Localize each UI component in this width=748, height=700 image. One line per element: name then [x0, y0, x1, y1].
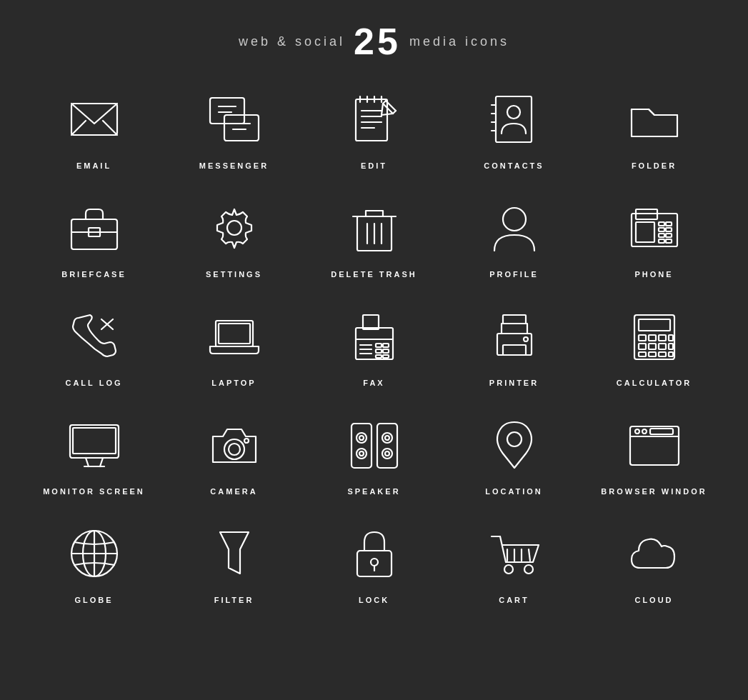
svg-rect-83	[659, 352, 666, 356]
header-number: 25	[354, 23, 401, 60]
call-log-icon	[62, 304, 126, 369]
icon-item-monitor-screen: MONITOR SCREEN	[24, 400, 164, 509]
header-prefix: web & social	[239, 34, 345, 49]
svg-rect-47	[666, 234, 672, 237]
fax-label: FAX	[363, 379, 384, 387]
svg-rect-58	[376, 344, 382, 347]
svg-rect-84	[669, 352, 673, 356]
svg-rect-73	[639, 335, 646, 341]
edit-label: EDIT	[361, 161, 387, 170]
svg-point-102	[385, 436, 389, 440]
folder-icon	[622, 87, 687, 151]
camera-icon	[202, 413, 266, 477]
icon-item-browser-window: BROWSER WINDOR	[584, 400, 724, 509]
svg-rect-68	[503, 345, 526, 355]
cloud-icon	[622, 521, 687, 586]
svg-rect-86	[73, 428, 116, 454]
icon-item-speaker: SPEAKER	[304, 400, 444, 509]
svg-line-2	[103, 121, 117, 135]
svg-point-99	[382, 433, 392, 443]
monitor-screen-icon	[62, 413, 126, 477]
cart-label: CART	[499, 596, 529, 604]
filter-icon	[202, 521, 266, 586]
call-log-label: CALL LOG	[65, 379, 122, 387]
browser-window-icon	[622, 413, 687, 477]
svg-rect-3	[210, 98, 244, 124]
profile-label: PROFILE	[489, 270, 539, 279]
printer-label: PRINTER	[489, 379, 539, 387]
laptop-icon	[202, 304, 266, 369]
settings-icon	[202, 196, 266, 260]
svg-point-121	[504, 565, 513, 574]
lock-label: LOCK	[359, 596, 389, 604]
lock-icon	[342, 521, 407, 586]
speaker-label: SPEAKER	[347, 487, 400, 496]
svg-point-101	[385, 451, 389, 456]
svg-rect-59	[383, 344, 389, 347]
icon-item-email: EMAIL	[24, 74, 164, 183]
icon-item-contacts: CONTACTS	[444, 74, 584, 183]
svg-rect-79	[659, 344, 666, 349]
svg-line-23	[382, 104, 383, 115]
messenger-label: MESSENGER	[199, 161, 269, 170]
folder-label: FOLDER	[632, 161, 677, 170]
email-label: EMAIL	[76, 161, 111, 170]
svg-rect-82	[649, 352, 656, 356]
printer-icon	[482, 304, 547, 369]
svg-rect-30	[71, 219, 117, 249]
profile-icon	[482, 196, 547, 260]
svg-rect-61	[383, 349, 389, 353]
svg-point-90	[224, 439, 244, 459]
svg-point-33	[227, 221, 241, 235]
calculator-label: CALCULATOR	[617, 379, 692, 387]
icon-item-edit: EDIT	[304, 74, 444, 183]
svg-rect-80	[669, 344, 673, 349]
icon-item-cloud: CLOUD	[584, 509, 724, 617]
svg-rect-44	[659, 228, 664, 231]
monitor-screen-label: MONITOR SCREEN	[43, 487, 145, 496]
svg-rect-50	[636, 222, 654, 242]
icon-item-briefcase: BRIEFCASE	[24, 183, 164, 291]
icons-grid: EMAIL MESSENGER	[24, 74, 724, 617]
header-suffix: media icons	[409, 34, 509, 49]
svg-rect-76	[669, 335, 673, 341]
phone-icon	[622, 196, 687, 260]
svg-point-29	[507, 106, 520, 119]
messenger-icon	[202, 87, 266, 151]
edit-icon	[342, 87, 407, 151]
icon-item-laptop: LAPTOP	[164, 291, 304, 400]
browser-window-label: BROWSER WINDOR	[601, 487, 707, 496]
phone-label: PHONE	[634, 270, 673, 279]
cloud-label: CLOUD	[634, 596, 673, 604]
icon-item-camera: CAMERA	[164, 400, 304, 509]
svg-rect-48	[659, 239, 664, 243]
svg-rect-75	[659, 335, 666, 341]
svg-rect-63	[383, 355, 389, 358]
svg-rect-108	[650, 429, 673, 434]
svg-rect-74	[649, 335, 656, 341]
svg-line-88	[100, 458, 103, 466]
svg-point-94	[356, 433, 366, 443]
svg-rect-53	[216, 321, 253, 346]
svg-rect-77	[639, 344, 646, 349]
contacts-label: CONTACTS	[484, 161, 544, 170]
location-icon	[482, 413, 547, 477]
svg-rect-0	[71, 104, 117, 135]
svg-point-39	[503, 208, 526, 231]
svg-line-22	[382, 114, 393, 115]
fax-icon	[342, 304, 407, 369]
icon-item-lock: LOCK	[304, 509, 444, 617]
icon-item-messenger: MESSENGER	[164, 74, 304, 183]
cart-icon	[482, 521, 547, 586]
svg-rect-62	[376, 355, 382, 358]
svg-point-103	[507, 432, 522, 446]
svg-rect-98	[377, 424, 397, 468]
svg-point-100	[382, 449, 392, 459]
svg-rect-70	[503, 315, 526, 324]
svg-rect-49	[666, 239, 672, 243]
icon-item-printer: PRINTER	[444, 291, 584, 400]
svg-rect-81	[639, 352, 646, 356]
icon-item-fax: FAX	[304, 291, 444, 400]
globe-icon	[62, 521, 126, 586]
svg-rect-54	[219, 324, 250, 344]
